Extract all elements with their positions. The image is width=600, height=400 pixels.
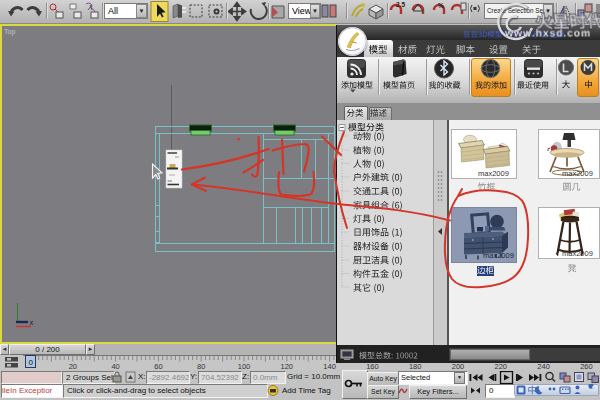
svg-text:140: 140 [323, 362, 336, 371]
svg-text:x: x [30, 318, 34, 327]
svg-text:120: 120 [281, 362, 294, 371]
svg-text:40: 40 [111, 362, 119, 371]
svg-text:60: 60 [154, 362, 162, 371]
svg-text:2.5: 2.5 [396, 1, 405, 8]
svg-text:%: % [438, 2, 444, 9]
svg-text:20: 20 [69, 362, 77, 371]
svg-text:0: 0 [29, 358, 34, 367]
svg-text:100: 100 [238, 362, 251, 371]
svg-text:80: 80 [197, 362, 205, 371]
